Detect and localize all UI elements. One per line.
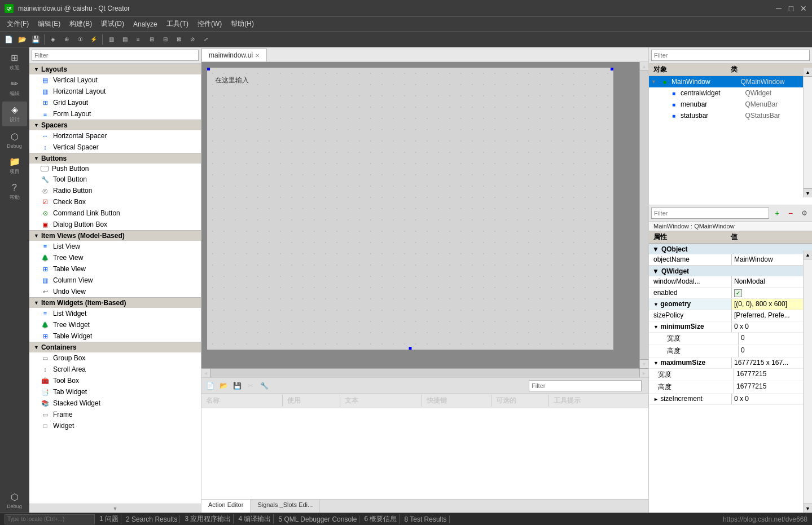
widget-group-box[interactable]: ▭ Group Box: [29, 352, 201, 364]
tb-new[interactable]: 📄: [2, 33, 15, 46]
tb-break-layout[interactable]: ⊘: [186, 33, 199, 46]
canvas-hscroll[interactable]: ◄ ►: [201, 368, 648, 377]
canvas-vscroll[interactable]: ▲ ▼: [639, 62, 648, 368]
tb-layout-hsplit[interactable]: ⊟: [159, 33, 172, 46]
prop-min-width-value[interactable]: 0: [739, 333, 812, 345]
tb-layout-form[interactable]: ≡: [132, 33, 144, 46]
category-containers[interactable]: ▼ Containers: [29, 342, 201, 352]
menu-build[interactable]: 构建(B): [65, 18, 96, 30]
prop-minimumsize-value[interactable]: 0 x 0: [732, 321, 812, 332]
mode-debug[interactable]: ⬡ Debug: [2, 127, 27, 152]
widget-horizontal-spacer[interactable]: ↔ Horizontal Spacer: [29, 130, 201, 142]
status-summary[interactable]: 6 概要信息: [362, 514, 400, 524]
canvas-tab-main[interactable]: mainwindow.ui ✕: [201, 48, 267, 61]
widget-scroll-area[interactable]: ↕ Scroll Area: [29, 364, 201, 375]
obj-row-menubar[interactable]: ■ menubar QMenuBar: [649, 99, 812, 110]
prop-add-btn[interactable]: +: [771, 208, 783, 219]
bottom-tb-new[interactable]: 📄: [204, 380, 216, 392]
menu-controls[interactable]: 控件(W): [193, 18, 226, 30]
menu-file[interactable]: 文件(F): [2, 18, 33, 30]
widget-list-view[interactable]: ≡ List View: [29, 241, 201, 252]
menu-debug[interactable]: 调试(D): [96, 18, 129, 30]
bottom-tb-wrench[interactable]: 🔧: [258, 380, 270, 392]
widget-tool-box[interactable]: 🧰 Tool Box: [29, 375, 201, 386]
status-compile[interactable]: 4 编译输出: [236, 514, 274, 524]
mode-design[interactable]: ◈ 设计: [2, 102, 27, 126]
close-btn[interactable]: ✕: [800, 5, 807, 12]
mode-debug-bottom[interactable]: ⬡ Debug: [2, 488, 27, 513]
vscroll-down[interactable]: ▼: [640, 359, 648, 368]
hscroll-left[interactable]: ◄: [201, 369, 210, 378]
tab-signals-slots[interactable]: Signals _Slots Edi...: [251, 500, 320, 513]
enabled-checkbox-icon[interactable]: ✓: [734, 289, 742, 297]
status-problems[interactable]: 1 问题: [97, 514, 121, 524]
widget-widget[interactable]: □ Widget: [29, 420, 201, 431]
prop-min-height-value[interactable]: 0: [739, 345, 812, 357]
status-test[interactable]: 8 Test Results: [402, 515, 449, 523]
widget-filter-input[interactable]: [32, 50, 199, 61]
tb-layout-h[interactable]: ▥: [105, 33, 117, 46]
widget-check-box[interactable]: ☑ Check Box: [29, 196, 201, 208]
widget-frame[interactable]: ▭ Frame: [29, 409, 201, 420]
locate-input[interactable]: [5, 514, 95, 524]
menu-analyze[interactable]: Analyze: [129, 19, 162, 29]
obj-scroll-up[interactable]: ▲: [804, 68, 812, 77]
prop-filter-input[interactable]: [651, 208, 769, 219]
bottom-tb-cut[interactable]: ✂: [244, 380, 257, 392]
object-filter-input[interactable]: [651, 50, 810, 61]
obj-row-centralwidget[interactable]: ■ centralwidget QWidget: [649, 87, 812, 99]
obj-row-statusbar[interactable]: ■ statusbar QStatusBar: [649, 110, 812, 121]
tb-tab-order[interactable]: ①: [74, 33, 86, 46]
widget-vertical-layout[interactable]: ▤ Vertical Layout: [29, 74, 201, 86]
widget-push-button[interactable]: Push Button: [29, 164, 201, 174]
category-layouts[interactable]: ▼ Layouts: [29, 64, 201, 74]
prop-sizepolicy-value[interactable]: [Preferred, Prefe...: [732, 310, 812, 321]
minimize-btn[interactable]: ─: [775, 5, 783, 12]
tb-buddy[interactable]: ⊕: [60, 33, 73, 46]
bottom-tb-open[interactable]: 📂: [217, 380, 230, 392]
status-search[interactable]: 2 Search Results: [124, 515, 180, 523]
widget-table-widget[interactable]: ⊞ Table Widget: [29, 330, 201, 342]
tb-layout-grid[interactable]: ⊞: [146, 33, 158, 46]
mode-projects[interactable]: 📁 项目: [2, 153, 27, 178]
tb-open[interactable]: 📂: [16, 33, 28, 46]
category-item-views[interactable]: ▼ Item Views (Model-Based): [29, 230, 201, 241]
tab-close-icon[interactable]: ✕: [255, 52, 260, 59]
widget-undo-view[interactable]: ↩ Undo View: [29, 286, 201, 297]
prop-geometry-value[interactable]: [(0, 0), 800 x 600]: [732, 299, 812, 310]
menu-tools[interactable]: 工具(T): [162, 18, 193, 30]
bottom-tb-save[interactable]: 💾: [231, 380, 243, 392]
canvas-scroll-area[interactable]: 在这里输入: [201, 62, 639, 368]
prop-maximumsize-value[interactable]: 16777215 x 167...: [732, 358, 812, 368]
widget-tab-widget[interactable]: 📑 Tab Widget: [29, 386, 201, 398]
obj-scroll-down[interactable]: ▼: [804, 188, 812, 197]
widget-horizontal-layout[interactable]: ▥ Horizontal Layout: [29, 86, 201, 97]
tb-edit-widget[interactable]: ◈: [47, 33, 59, 46]
prop-max-height-value[interactable]: 16777215: [734, 381, 812, 393]
widget-panel-scrollbar[interactable]: ▼: [29, 504, 201, 513]
widget-radio-button[interactable]: ◎ Radio Button: [29, 185, 201, 196]
obj-row-mainwindow[interactable]: ▼ ■ MainWindow QMainWindow: [649, 76, 812, 87]
tab-action-editor[interactable]: Action Editor: [201, 500, 251, 513]
widget-vertical-spacer[interactable]: ↕ Vertical Spacer: [29, 142, 201, 153]
prop-max-width-value[interactable]: 16777215: [734, 369, 812, 381]
widget-dialog-button-box[interactable]: ▣ Dialog Button Box: [29, 219, 201, 230]
mode-edit[interactable]: ✏ 编辑: [2, 76, 27, 100]
category-item-widgets[interactable]: ▼ Item Widgets (Item-Based): [29, 297, 201, 308]
widget-grid-layout[interactable]: ⊞ Grid Layout: [29, 97, 201, 108]
tb-save[interactable]: 💾: [29, 33, 42, 46]
vscroll-up[interactable]: ▲: [640, 62, 648, 71]
widget-tool-button[interactable]: 🔧 Tool Button: [29, 174, 201, 185]
widget-list-widget[interactable]: ≡ List Widget: [29, 308, 201, 319]
status-app-output[interactable]: 3 应用程序输出: [182, 514, 234, 524]
mode-welcome[interactable]: ⊞ 欢迎: [2, 50, 27, 74]
tb-layout-v[interactable]: ▤: [118, 33, 131, 46]
mode-help[interactable]: ? 帮助: [2, 179, 27, 204]
menu-help[interactable]: 帮助(H): [226, 18, 258, 30]
bottom-filter-input[interactable]: [529, 380, 642, 391]
tb-adjust-size[interactable]: ⤢: [200, 33, 212, 46]
widget-tree-widget[interactable]: 🌲 Tree Widget: [29, 319, 201, 330]
design-canvas[interactable]: 在这里输入: [207, 68, 613, 350]
widget-tree-view[interactable]: 🌲 Tree View: [29, 252, 201, 263]
category-buttons[interactable]: ▼ Buttons: [29, 153, 201, 164]
